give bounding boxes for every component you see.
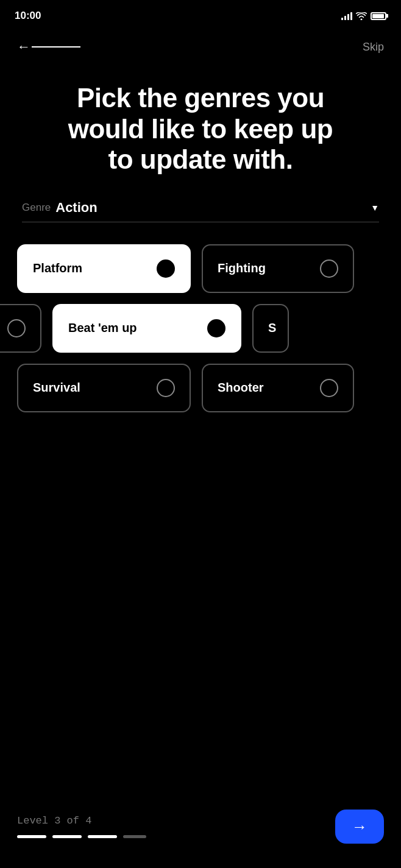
chip-stealth[interactable]: S [252, 304, 289, 353]
battery-icon [371, 12, 386, 20]
chip-shooter[interactable]: Shooter [202, 364, 354, 412]
chip-survival[interactable]: Survival [17, 364, 191, 412]
back-line [32, 46, 80, 48]
chip-fighting-label: Fighting [218, 261, 266, 275]
footer-left: Level 3 of 4 [17, 815, 146, 838]
chips-row-1: Platform Fighting [17, 244, 384, 293]
progress-dot-2 [52, 835, 82, 838]
status-bar: 10:00 [0, 0, 401, 29]
genre-value: Action [55, 200, 371, 216]
progress-dot-4 [123, 835, 146, 838]
genre-row[interactable]: Genre Action ▼ [22, 200, 379, 222]
chip-fighting[interactable]: Fighting [202, 244, 354, 293]
next-button[interactable]: → [335, 810, 384, 844]
footer: Level 3 of 4 → [0, 810, 401, 844]
chip-beatemup[interactable]: Beat 'em up [52, 304, 241, 353]
wifi-icon [356, 12, 367, 20]
back-button[interactable] [17, 39, 80, 55]
chip-shooter-label: Shooter [218, 381, 264, 395]
level-text: Level 3 of 4 [17, 815, 146, 827]
heading-section: Pick the genres you would like to keep u… [0, 65, 401, 200]
genre-selector[interactable]: Genre Action ▼ [0, 200, 401, 222]
chip-survival-radio [157, 379, 175, 397]
progress-dots [17, 835, 146, 838]
dropdown-arrow-icon[interactable]: ▼ [371, 203, 379, 213]
back-arrow-icon [17, 39, 30, 55]
progress-dot-1 [17, 835, 46, 838]
nav-bar: Skip [0, 29, 401, 65]
chip-platform[interactable]: Platform [17, 244, 191, 293]
chip-survival-label: Survival [33, 381, 80, 395]
chip-platform-label: Platform [33, 261, 82, 275]
status-time: 10:00 [15, 10, 41, 22]
chip-platform-radio [157, 259, 175, 278]
chip-hackslash-radio [7, 319, 26, 337]
chip-stealth-label: S [268, 321, 276, 335]
chip-beatemup-radio [207, 319, 225, 337]
genre-label: Genre [22, 202, 51, 214]
progress-dot-3 [88, 835, 117, 838]
chips-row-3: Survival Shooter [17, 364, 384, 412]
chips-container: Platform Fighting m Beat 'em up S Surviv… [0, 244, 401, 423]
skip-button[interactable]: Skip [363, 41, 384, 54]
chips-row-2: m Beat 'em up S [0, 304, 384, 353]
chip-fighting-radio [320, 259, 338, 278]
chip-hackslash[interactable]: m [0, 304, 41, 353]
next-arrow-icon: → [352, 817, 367, 836]
signal-icon [341, 12, 352, 20]
chip-shooter-radio [320, 379, 338, 397]
main-heading: Pick the genres you would like to keep u… [24, 83, 377, 175]
status-icons [341, 12, 386, 20]
chip-beatemup-label: Beat 'em up [68, 321, 137, 335]
